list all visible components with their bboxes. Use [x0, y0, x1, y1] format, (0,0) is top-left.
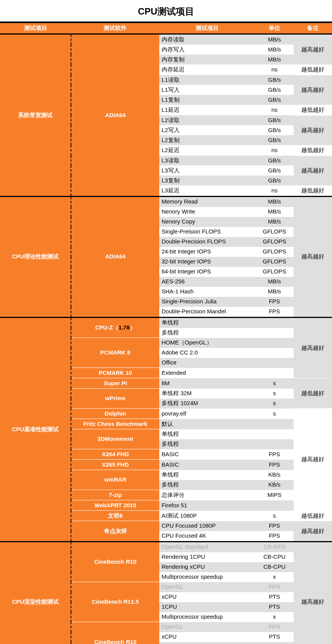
test-item: 多线程 1024M — [159, 399, 255, 409]
unit-cell: MB/s — [255, 55, 294, 65]
test-item: 单线程 32M — [159, 389, 255, 399]
test-item: L2读取 — [159, 115, 255, 125]
unit-cell: GB/s — [255, 95, 294, 105]
software-cell: X264 FHD — [71, 449, 159, 460]
test-item: L1复制 — [159, 95, 255, 105]
test-item: 单线程 — [159, 429, 255, 439]
test-item: Double-Precision FLOPS — [159, 237, 255, 247]
unit-cell — [255, 358, 294, 368]
test-item: 总体评分 — [159, 490, 255, 500]
note-cell: 越低越好 — [294, 185, 332, 196]
unit-cell: s — [255, 511, 294, 521]
software-cell: ADIA64 — [71, 34, 159, 197]
software-cell: Super PI — [71, 378, 159, 389]
test-item: xCPU — [159, 632, 255, 642]
test-item: CPU Focused 1080P — [159, 521, 255, 531]
test-item: Office — [159, 358, 255, 368]
note-cell: 越低越好 — [294, 145, 332, 156]
test-item: Single-Preision FLOPS — [159, 227, 255, 237]
header-software: 测试软件 — [71, 22, 159, 34]
unit-cell — [255, 348, 294, 358]
test-item: Multiprocessor speedup — [159, 572, 255, 582]
test-item: 8M — [159, 378, 255, 389]
note-cell: 越高越好 — [294, 409, 332, 511]
category-cell: CPU理论性能测试 — [0, 196, 71, 317]
test-item: L1延迟 — [159, 105, 255, 115]
test-item: Firefox 51 — [159, 500, 255, 511]
category-cell: CPU基准性能测试 — [0, 317, 71, 541]
test-item: Memory Read — [159, 196, 255, 207]
test-item: BASIC — [159, 460, 255, 470]
unit-cell: MB/s — [255, 207, 294, 217]
unit-cell — [255, 419, 294, 429]
header-item: 测试项目 — [159, 22, 255, 34]
unit-cell: ns — [255, 145, 294, 156]
unit-cell: GFLOPS — [255, 227, 294, 237]
test-item: 多线程 — [159, 480, 255, 490]
software-cell: 3DMovement — [71, 429, 159, 449]
unit-cell: PTS — [255, 632, 294, 642]
test-item: 32-bit Integer IOPS — [159, 257, 255, 267]
note-cell: 越低越好 — [294, 378, 332, 409]
test-item: 内存写入 — [159, 45, 255, 55]
test-item: OpenGL — [159, 582, 255, 592]
test-item: AES-256 — [159, 277, 255, 287]
unit-cell: MB/s — [255, 45, 294, 55]
test-item: Multiprocessor speedup — [159, 612, 255, 622]
unit-cell: MB/s — [255, 287, 294, 297]
unit-cell: FPS — [255, 622, 294, 632]
header-category: 测试项目 — [0, 22, 71, 34]
table-row: 系统带宽测试ADIA64内存读取MB/s越高越好 — [0, 34, 332, 45]
test-item: BASIC — [159, 449, 255, 460]
test-item: AI测试 1080P — [159, 511, 255, 521]
test-item: 内存复制 — [159, 55, 255, 65]
software-cell: CineBench R15 — [71, 622, 159, 644]
unit-cell: ns — [255, 105, 294, 115]
test-item: L2延迟 — [159, 145, 255, 156]
unit-cell: ns — [255, 185, 294, 196]
unit-cell: KB/s — [255, 480, 294, 490]
unit-cell — [255, 439, 294, 449]
unit-cell: ns — [255, 65, 294, 75]
header-note: 备注 — [294, 22, 332, 34]
test-item: SHA-1 Hash — [159, 287, 255, 297]
test-item: L2复制 — [159, 135, 255, 145]
software-cell: PCMARK 10 — [71, 368, 159, 378]
test-item: 1CPU — [159, 642, 255, 644]
test-item: L3读取 — [159, 156, 255, 166]
unit-cell: GFLOPS — [255, 247, 294, 257]
note-cell: 越低越好 — [294, 511, 332, 521]
unit-cell: GB/s — [255, 175, 294, 185]
unit-cell: GFLOPS — [255, 237, 294, 247]
unit-cell: s — [255, 378, 294, 389]
test-item: 多线程 — [159, 439, 255, 449]
unit-cell: s — [255, 399, 294, 409]
test-item: 内存延迟 — [159, 65, 255, 75]
note-cell: 越高越好 — [294, 75, 332, 105]
unit-cell: CB-GFX — [255, 541, 294, 552]
test-item: Rendering 1CPU — [159, 552, 255, 562]
table-row: CPU基准性能测试CPU-Z（1.78）单线程越高越好 — [0, 317, 332, 328]
unit-cell: GFLOPS — [255, 257, 294, 267]
test-item: Single-Precision Julia — [159, 297, 255, 307]
software-cell: Fritz Chess Benchmark — [71, 419, 159, 429]
page-title: CPU测试项目 — [0, 0, 332, 22]
unit-cell: FPS — [255, 297, 294, 307]
unit-cell — [255, 338, 294, 348]
test-item: 1CPU — [159, 602, 255, 612]
test-item: L1写入 — [159, 85, 255, 95]
unit-cell — [255, 368, 294, 378]
test-item: povray.elf — [159, 409, 255, 419]
header-unit: 单位 — [255, 22, 294, 34]
note-cell: 越高越好 — [294, 156, 332, 185]
software-cell: 7-zip — [71, 490, 159, 500]
software-cell: 文明6 — [71, 511, 159, 521]
note-cell: 越低越好 — [294, 65, 332, 75]
unit-cell: MB/s — [255, 217, 294, 227]
software-cell: CineBench R10 — [71, 541, 159, 582]
cpu-test-table: 测试项目 测试软件 测试项目 单位 备注 系统带宽测试ADIA64内存读取MB/… — [0, 22, 332, 644]
category-cell: 系统带宽测试 — [0, 34, 71, 197]
test-item: 64-bit Integer IOPS — [159, 267, 255, 277]
unit-cell: GB/s — [255, 135, 294, 145]
unit-cell: s — [255, 409, 294, 419]
